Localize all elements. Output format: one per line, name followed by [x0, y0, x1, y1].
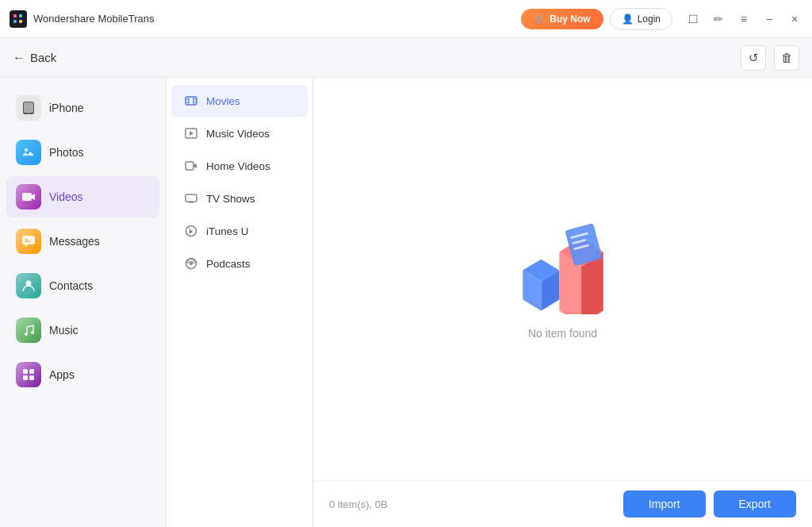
- svg-rect-24: [186, 162, 193, 170]
- podcasts-icon: [184, 256, 198, 271]
- svg-rect-16: [186, 97, 197, 105]
- apps-label: Apps: [49, 368, 75, 381]
- sub-nav-itunes-u[interactable]: iTunes U: [171, 215, 308, 247]
- title-bar: Wondershare MobileTrans 🛒 Buy Now 👤 Logi…: [0, 0, 812, 38]
- import-button[interactable]: Import: [623, 490, 706, 517]
- svg-rect-8: [25, 241, 31, 243]
- empty-illustration: [508, 219, 619, 314]
- pen-button[interactable]: ✏: [710, 11, 726, 27]
- svg-point-10: [25, 333, 28, 336]
- photos-icon: [16, 140, 41, 165]
- apps-icon: [16, 362, 41, 387]
- sidebar-item-apps[interactable]: Apps: [6, 354, 159, 395]
- login-label: Login: [638, 13, 661, 25]
- music-videos-label: Music Videos: [206, 128, 270, 140]
- svg-rect-14: [23, 375, 28, 380]
- messages-icon: [16, 229, 41, 254]
- itunes-u-icon: [184, 224, 198, 238]
- refresh-button[interactable]: ↺: [741, 45, 766, 71]
- sub-header-actions: ↺ 🗑: [741, 45, 799, 71]
- contacts-icon: [16, 273, 41, 298]
- svg-rect-7: [25, 239, 28, 240]
- back-label: Back: [30, 51, 56, 64]
- app-name: Wondershare MobileTrans: [33, 13, 154, 25]
- svg-point-4: [25, 148, 28, 152]
- menu-button[interactable]: ≡: [736, 11, 752, 27]
- buy-now-label: Buy Now: [550, 13, 590, 25]
- user-icon: 👤: [622, 13, 634, 25]
- sidebar-item-iphone[interactable]: iPhone: [6, 87, 159, 129]
- sidebar-item-messages[interactable]: Messages: [6, 221, 159, 262]
- sidebar-item-photos[interactable]: Photos: [6, 132, 159, 173]
- iphone-icon: [16, 95, 41, 121]
- podcasts-label: Podcasts: [206, 258, 251, 270]
- svg-point-2: [28, 113, 29, 114]
- empty-text: No item found: [528, 327, 597, 340]
- home-videos-label: Home Videos: [206, 160, 270, 172]
- sub-nav-podcasts[interactable]: Podcasts: [171, 248, 308, 279]
- music-videos-icon: [184, 126, 198, 140]
- messages-label: Messages: [49, 235, 100, 248]
- close-button[interactable]: ×: [787, 11, 802, 27]
- svg-rect-5: [22, 193, 32, 201]
- svg-rect-3: [27, 102, 30, 103]
- sidebar-item-contacts[interactable]: Contacts: [6, 265, 159, 306]
- movies-icon: [184, 94, 198, 108]
- content-area: No item found 0 item(s), 0B Import Expor…: [313, 78, 812, 527]
- svg-rect-29: [189, 228, 190, 229]
- app-logo: [10, 10, 27, 28]
- svg-rect-13: [29, 369, 34, 374]
- back-button[interactable]: ← Back: [13, 51, 56, 65]
- title-bar-right: 🛒 Buy Now 👤 Login ☐ ✏ ≡ − ×: [521, 8, 802, 30]
- window-controls: ☐ ✏ ≡ − ×: [685, 11, 802, 27]
- buy-now-button[interactable]: 🛒 Buy Now: [521, 9, 603, 29]
- videos-icon: [16, 184, 41, 210]
- videos-label: Videos: [49, 190, 83, 203]
- sub-nav-home-videos[interactable]: Home Videos: [171, 150, 308, 182]
- sub-nav-movies[interactable]: Movies: [171, 85, 308, 117]
- sub-header: ← Back ↺ 🗑: [0, 38, 812, 78]
- photos-label: Photos: [49, 146, 84, 159]
- sub-nav: Movies Music Videos Home Videos: [167, 78, 313, 527]
- title-bar-left: Wondershare MobileTrans: [10, 10, 154, 28]
- svg-point-11: [31, 331, 34, 334]
- footer-actions: Import Export: [623, 490, 796, 517]
- item-count: 0 item(s), 0B: [329, 498, 388, 510]
- contacts-label: Contacts: [49, 279, 93, 292]
- bookmark-button[interactable]: ☐: [685, 11, 701, 27]
- svg-rect-12: [23, 369, 28, 374]
- sub-nav-music-videos[interactable]: Music Videos: [171, 117, 308, 149]
- delete-button[interactable]: 🗑: [774, 45, 799, 71]
- sidebar-item-videos[interactable]: Videos: [6, 176, 159, 217]
- home-videos-icon: [184, 159, 198, 173]
- sidebar-item-music[interactable]: Music: [6, 310, 159, 351]
- cart-icon: 🛒: [534, 13, 546, 25]
- main-layout: iPhone Photos Videos: [0, 78, 812, 527]
- movies-label: Movies: [206, 95, 240, 107]
- iphone-label: iPhone: [49, 102, 84, 114]
- content-main: No item found: [313, 78, 812, 480]
- svg-rect-1: [24, 102, 33, 113]
- itunes-u-label: iTunes U: [206, 225, 249, 237]
- login-button[interactable]: 👤 Login: [610, 8, 672, 30]
- svg-rect-6: [22, 236, 35, 244]
- svg-point-31: [190, 262, 193, 265]
- tv-shows-label: TV Shows: [206, 193, 255, 205]
- sidebar: iPhone Photos Videos: [0, 78, 167, 527]
- content-footer: 0 item(s), 0B Import Export: [313, 480, 812, 527]
- export-button[interactable]: Export: [714, 490, 796, 517]
- svg-rect-25: [186, 194, 197, 202]
- tv-shows-icon: [184, 191, 198, 206]
- music-icon: [16, 317, 41, 343]
- sub-nav-tv-shows[interactable]: TV Shows: [171, 183, 308, 214]
- back-icon: ←: [13, 51, 25, 65]
- svg-rect-15: [29, 375, 34, 380]
- minimize-button[interactable]: −: [761, 11, 777, 27]
- music-label: Music: [49, 324, 79, 337]
